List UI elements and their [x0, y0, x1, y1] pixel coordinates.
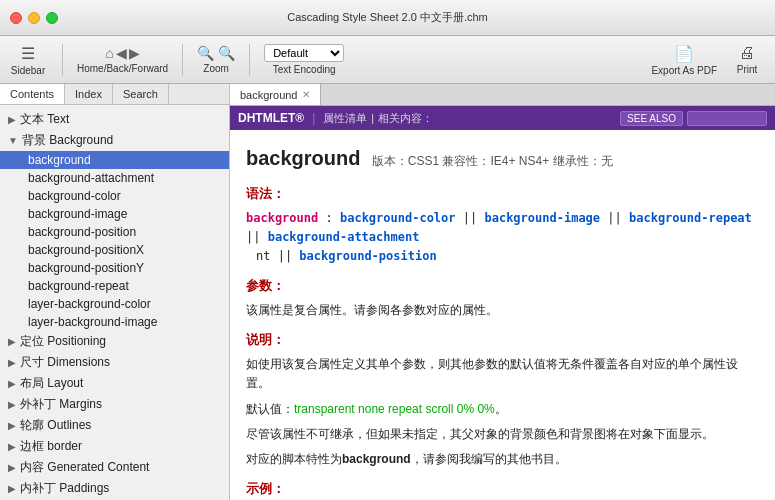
- collapse-icon: ▶: [8, 114, 16, 125]
- traffic-lights[interactable]: [10, 12, 58, 24]
- see-also-button[interactable]: SEE ALSO: [620, 111, 683, 126]
- sidebar-item-background-group[interactable]: ▼ 背景 Background: [0, 130, 229, 151]
- sidebar-item-generated-content[interactable]: ▶ 内容 Generated Content: [0, 457, 229, 478]
- sidebar-icon: ☰: [21, 44, 35, 63]
- tab-index[interactable]: Index: [65, 84, 113, 104]
- tab-close-icon[interactable]: ✕: [302, 89, 310, 100]
- export-pdf-button[interactable]: 📄 Export As PDF: [651, 44, 717, 76]
- window-title: Cascading Style Sheet 2.0 中文手册.chm: [287, 10, 488, 25]
- collapse-icon-3: ▶: [8, 357, 16, 368]
- desc4: 对应的脚本特性为background，请参阅我编写的其他书目。: [246, 450, 759, 469]
- sidebar-item-background-position[interactable]: background-position: [0, 223, 229, 241]
- description-heading: 说明：: [246, 330, 759, 351]
- collapse-icon-8: ▶: [8, 462, 16, 473]
- desc3: 尽管该属性不可继承，但如果未指定，其父对象的背景颜色和背景图将在对象下面显示。: [246, 425, 759, 444]
- sidebar-item-positioning-label: 定位 Positioning: [20, 333, 106, 350]
- sidebar: Contents Index Search ▶ 文本 Text ▼ 背景 Bac…: [0, 84, 230, 500]
- expand-icon: ▼: [8, 135, 18, 146]
- article-meta: 版本：CSS1 兼容性：IE4+ NS4+ 继承性：无: [372, 154, 613, 168]
- sidebar-item-background-positionY[interactable]: background-positionY: [0, 259, 229, 277]
- article: background 版本：CSS1 兼容性：IE4+ NS4+ 继承性：无 语…: [230, 130, 775, 500]
- sidebar-item-background-color[interactable]: background-color: [0, 187, 229, 205]
- encoding-select[interactable]: Default: [264, 44, 344, 62]
- dhtmlet-bar: DHTMLET® | 属性清单 | 相关内容： SEE ALSO: [230, 106, 775, 130]
- sidebar-item-background[interactable]: background: [0, 151, 229, 169]
- dhtmlet-search-input[interactable]: [687, 111, 767, 126]
- desc2: 默认值：transparent none repeat scroll 0% 0%…: [246, 400, 759, 419]
- dhtmlet-separator: |: [312, 111, 315, 125]
- params-heading: 参数：: [246, 276, 759, 297]
- toolbar-sep-1: [62, 44, 63, 76]
- sidebar-item-dimensions[interactable]: ▶ 尺寸 Dimensions: [0, 352, 229, 373]
- sidebar-item-layer-background-color[interactable]: layer-background-color: [0, 295, 229, 313]
- close-button[interactable]: [10, 12, 22, 24]
- sidebar-label: Sidebar: [11, 65, 45, 76]
- sidebar-item-dimensions-label: 尺寸 Dimensions: [20, 354, 110, 371]
- sidebar-item-margins-label: 外补丁 Margins: [20, 396, 102, 413]
- collapse-icon-9: ▶: [8, 483, 16, 494]
- sidebar-item-outlines-label: 轮廓 Outlines: [20, 417, 91, 434]
- sidebar-item-background-positionX[interactable]: background-positionX: [0, 241, 229, 259]
- collapse-icon-5: ▶: [8, 399, 16, 410]
- tab-bar: background ✕: [230, 84, 775, 106]
- collapse-icon-7: ▶: [8, 441, 16, 452]
- sidebar-item-paddings[interactable]: ▶ 内补丁 Paddings: [0, 478, 229, 499]
- toolbar: ☰ Sidebar ⌂ ◀ ▶ Home/Back/Forward 🔍 🔍 Zo…: [0, 36, 775, 84]
- print-label: Print: [737, 64, 758, 75]
- sidebar-item-background-group-label: 背景 Background: [22, 132, 113, 149]
- sidebar-item-wenben-label: 文本 Text: [20, 111, 69, 128]
- syntax-line: background : background-color || backgro…: [246, 209, 759, 267]
- collapse-icon-6: ▶: [8, 420, 16, 431]
- minimize-button[interactable]: [28, 12, 40, 24]
- sidebar-item-positioning[interactable]: ▶ 定位 Positioning: [0, 331, 229, 352]
- desc1: 如使用该复合属性定义其单个参数，则其他参数的默认值将无条件覆盖各自对应的单个属性…: [246, 355, 759, 393]
- article-title: background: [246, 147, 360, 169]
- sidebar-item-generated-content-label: 内容 Generated Content: [20, 459, 149, 476]
- title-bar: Cascading Style Sheet 2.0 中文手册.chm: [0, 0, 775, 36]
- export-pdf-label: Export As PDF: [651, 65, 717, 76]
- dhtmlet-links: 属性清单 | 相关内容：: [323, 111, 433, 126]
- sidebar-tree: ▶ 文本 Text ▼ 背景 Background background bac…: [0, 105, 229, 500]
- sidebar-item-layer-background-image[interactable]: layer-background-image: [0, 313, 229, 331]
- zoom-out-icon[interactable]: 🔍: [197, 45, 214, 61]
- sidebar-item-background-image[interactable]: background-image: [0, 205, 229, 223]
- sidebar-item-layout-label: 布局 Layout: [20, 375, 83, 392]
- forward-icon[interactable]: ▶: [129, 45, 140, 61]
- sidebar-item-outlines[interactable]: ▶ 轮廓 Outlines: [0, 415, 229, 436]
- export-pdf-icon: 📄: [674, 44, 694, 63]
- sidebar-item-background-attachment[interactable]: background-attachment: [0, 169, 229, 187]
- params-text: 该属性是复合属性。请参阅各参数对应的属性。: [246, 301, 759, 320]
- zoom-label: Zoom: [203, 63, 229, 74]
- example-heading: 示例：: [246, 479, 759, 500]
- maximize-button[interactable]: [46, 12, 58, 24]
- sidebar-tabs: Contents Index Search: [0, 84, 229, 105]
- dhtmlet-logo: DHTMLET®: [238, 111, 304, 125]
- related-label: 相关内容：: [378, 111, 433, 126]
- sidebar-item-margins[interactable]: ▶ 外补丁 Margins: [0, 394, 229, 415]
- zoom-in-icon[interactable]: 🔍: [218, 45, 235, 61]
- back-icon[interactable]: ◀: [116, 45, 127, 61]
- content-tab-label: background: [240, 89, 298, 101]
- content-tab-background[interactable]: background ✕: [230, 84, 321, 105]
- syntax-heading: 语法：: [246, 184, 759, 205]
- nav-group: ⌂ ◀ ▶ Home/Back/Forward: [77, 45, 168, 74]
- sidebar-item-border[interactable]: ▶ 边框 border: [0, 436, 229, 457]
- text-encoding-label: Text Encoding: [273, 64, 336, 75]
- sidebar-item-layout[interactable]: ▶ 布局 Layout: [0, 373, 229, 394]
- sidebar-item-wenben[interactable]: ▶ 文本 Text: [0, 109, 229, 130]
- zoom-group: 🔍 🔍 Zoom: [197, 45, 235, 74]
- attribute-list-label: 属性清单: [323, 111, 367, 126]
- print-button[interactable]: 🖨 Print: [727, 44, 767, 75]
- sidebar-item-paddings-label: 内补丁 Paddings: [20, 480, 109, 497]
- tab-contents[interactable]: Contents: [0, 84, 65, 104]
- sidebar-item-border-label: 边框 border: [20, 438, 82, 455]
- collapse-icon-4: ▶: [8, 378, 16, 389]
- sidebar-item-background-repeat[interactable]: background-repeat: [0, 277, 229, 295]
- sidebar-button[interactable]: ☰ Sidebar: [8, 44, 48, 76]
- home-icon[interactable]: ⌂: [105, 45, 113, 61]
- dhtmlet-see-also: SEE ALSO: [620, 111, 767, 126]
- tab-search[interactable]: Search: [113, 84, 169, 104]
- encoding-group: Default Text Encoding: [264, 44, 344, 75]
- dhtmlet-sep2: |: [371, 112, 374, 124]
- main-area: Contents Index Search ▶ 文本 Text ▼ 背景 Bac…: [0, 84, 775, 500]
